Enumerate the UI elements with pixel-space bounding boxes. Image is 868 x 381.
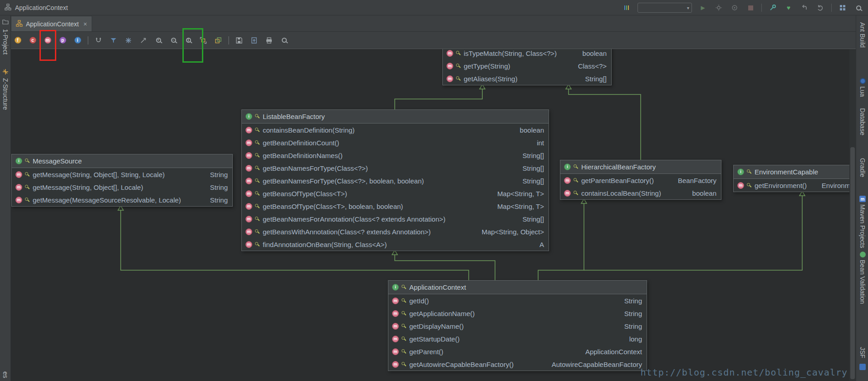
- class-node-bean-factory-partial[interactable]: misTypeMatch(String, Class<?>)booleanmge…: [442, 49, 612, 85]
- jsf-icon[interactable]: [859, 363, 866, 371]
- lua-dot: [860, 78, 866, 84]
- lua-icon[interactable]: [859, 77, 866, 84]
- method-row[interactable]: mgetMessage(MessageSourceResolvable, Loc…: [12, 193, 232, 206]
- key-icon: [747, 169, 752, 174]
- show-siblings-button[interactable]: [213, 35, 223, 45]
- show-constructors-button[interactable]: c: [28, 35, 38, 45]
- tool-button-ant-build[interactable]: Ant Build: [859, 22, 866, 48]
- maven-icon[interactable]: m: [859, 195, 866, 203]
- class-node-hierarchical-bean-factory[interactable]: iHierarchicalBeanFactorymgetParentBeanFa…: [560, 160, 721, 200]
- method-row[interactable]: mgetBeanDefinitionCount()int: [242, 136, 549, 149]
- method-row[interactable]: mgetId()String: [388, 294, 647, 307]
- inheritance-edge-application-context-to-listable-bean-factory[interactable]: [395, 255, 495, 280]
- tool-button-gradle[interactable]: Gradle: [859, 158, 866, 177]
- tool-button-structure[interactable]: Z-Structure: [2, 78, 9, 110]
- preview-button[interactable]: [279, 35, 289, 45]
- zoom-in-button[interactable]: +: [153, 35, 163, 45]
- method-name: getAliases(String): [464, 75, 517, 83]
- coverage-button[interactable]: [714, 3, 724, 13]
- zoom-out-button[interactable]: −: [168, 35, 178, 45]
- tool-button-favorites[interactable]: es: [2, 371, 9, 378]
- stop-button[interactable]: [745, 3, 755, 13]
- class-node-environment-capable[interactable]: iEnvironmentCapablemgetEnvironment()Envi…: [733, 165, 849, 192]
- method-row[interactable]: mgetBeanNamesForType(Class<?>, boolean, …: [242, 174, 549, 187]
- key-icon: [402, 298, 407, 303]
- tool-button-project[interactable]: 1-Project: [2, 29, 9, 54]
- class-header[interactable]: iApplicationContext: [388, 281, 647, 294]
- key-icon: [747, 183, 752, 188]
- method-row[interactable]: mgetParentBeanFactory()BeanFactory: [560, 174, 721, 187]
- method-row[interactable]: mgetBeanDefinitionNames()String[]: [242, 149, 549, 162]
- class-node-message-source[interactable]: iMessageSourcemgetMessage(String, Object…: [11, 154, 233, 207]
- method-row[interactable]: mgetBeansOfType(Class<T>, boolean, boole…: [242, 200, 549, 213]
- tab-application-context[interactable]: ApplicationContext ×: [11, 16, 92, 31]
- key-icon: [255, 153, 260, 158]
- show-fields-button[interactable]: f: [13, 35, 23, 45]
- class-header[interactable]: iHierarchicalBeanFactory: [560, 160, 721, 174]
- export-image-button[interactable]: [249, 35, 259, 45]
- class-node-application-context[interactable]: iApplicationContextmgetId()StringmgetApp…: [388, 280, 647, 371]
- diagram-canvas[interactable]: http://blog.csdn.net/boling_cavalry misT…: [11, 49, 849, 381]
- filter-button[interactable]: [108, 35, 118, 45]
- inheritance-edge-hierarchical-bean-factory-to-bean-factory-partial[interactable]: [569, 89, 641, 160]
- heart-icon[interactable]: ♥: [784, 3, 794, 13]
- project-icon[interactable]: [2, 18, 9, 25]
- bean-validation-dot: [860, 252, 866, 257]
- class-node-listable-bean-factory[interactable]: iListableBeanFactorymcontainsBeanDefinit…: [241, 109, 549, 251]
- method-row[interactable]: mgetParent()ApplicationContext: [388, 345, 647, 358]
- bean-validation-icon[interactable]: [859, 251, 866, 258]
- tool-button-maven-projects[interactable]: Maven Projects: [859, 204, 866, 248]
- method-row[interactable]: mgetAliases(String)String[]: [443, 72, 611, 85]
- method-row[interactable]: mcontainsLocalBean(String)boolean: [560, 187, 721, 199]
- scrollbar-thumb[interactable]: [850, 147, 855, 379]
- method-row[interactable]: mgetBeansOfType(Class<T>)Map<String, T>: [242, 187, 549, 200]
- undo-icon[interactable]: [815, 3, 825, 13]
- method-name: getBeansWithAnnotation(Class<? extends A…: [263, 228, 431, 236]
- pin-mode-button[interactable]: [93, 35, 103, 45]
- window-title: ApplicationContext: [15, 4, 68, 11]
- inheritance-edge-listable-bean-factory-to-bean-factory-partial[interactable]: [395, 89, 482, 109]
- method-row[interactable]: mgetApplicationName()String: [388, 307, 647, 320]
- project-structure-icon[interactable]: [838, 3, 848, 13]
- route-edges-button[interactable]: [138, 35, 148, 45]
- show-inner-classes-button[interactable]: i: [73, 35, 83, 45]
- run-config-select[interactable]: ▾: [638, 3, 692, 13]
- method-row[interactable]: mgetDisplayName()String: [388, 320, 647, 332]
- method-row[interactable]: mfindAnnotationOnBean(String, Class<A>)A: [242, 238, 549, 251]
- method-row[interactable]: mgetBeansWithAnnotation(Class<? extends …: [242, 225, 549, 238]
- method-row[interactable]: mgetStartupDate()long: [388, 332, 647, 345]
- class-header[interactable]: iListableBeanFactory: [242, 110, 549, 124]
- apply-layout-button[interactable]: [123, 35, 133, 45]
- tool-button-bean-validation[interactable]: Bean Validation: [859, 260, 866, 304]
- inheritance-edge-application-context-to-environment-capable[interactable]: [584, 196, 802, 270]
- wrench-icon[interactable]: [768, 3, 778, 13]
- method-name: getBeanDefinitionCount(): [263, 139, 339, 147]
- method-row[interactable]: mgetBeanNamesForAnnotation(Class<? exten…: [242, 213, 549, 225]
- method-row[interactable]: mgetMessage(String, Object[], Locale)Str…: [12, 181, 232, 193]
- method-row[interactable]: mgetBeanNamesForType(Class<?>)String[]: [242, 162, 549, 174]
- back-icon[interactable]: [799, 3, 809, 13]
- profile-button[interactable]: [730, 3, 740, 13]
- method-icon: m: [245, 241, 252, 248]
- diagram-toolbar: f c m p i + − 1: [11, 32, 856, 49]
- class-header[interactable]: iMessageSource: [12, 154, 232, 168]
- close-icon[interactable]: ×: [83, 20, 87, 28]
- show-properties-button[interactable]: p: [58, 35, 68, 45]
- print-button[interactable]: [264, 35, 274, 45]
- tool-button-lua[interactable]: Lua: [859, 86, 866, 97]
- vertical-scrollbar[interactable]: [849, 49, 856, 381]
- method-row[interactable]: misTypeMatch(String, Class<?>)boolean: [443, 49, 611, 59]
- tool-button-database[interactable]: Database: [859, 108, 866, 135]
- method-row[interactable]: mgetType(String)Class<?>: [443, 59, 611, 72]
- class-header[interactable]: iEnvironmentCapable: [734, 165, 849, 179]
- structure-icon[interactable]: [2, 68, 9, 75]
- method-row[interactable]: mgetMessage(String, Object[], String, Lo…: [12, 168, 232, 181]
- save-diagram-button[interactable]: [234, 35, 244, 45]
- method-row[interactable]: mgetAutowireCapableBeanFactory()Autowire…: [388, 358, 647, 371]
- tool-button-jsf[interactable]: JSF: [859, 347, 866, 358]
- method-row[interactable]: mgetEnvironment()Environment: [734, 179, 849, 192]
- search-icon[interactable]: [853, 3, 863, 13]
- run-button[interactable]: ▶: [698, 3, 708, 13]
- method-row[interactable]: mcontainsBeanDefinition(String)boolean: [242, 124, 549, 136]
- changes-icon[interactable]: [622, 3, 632, 13]
